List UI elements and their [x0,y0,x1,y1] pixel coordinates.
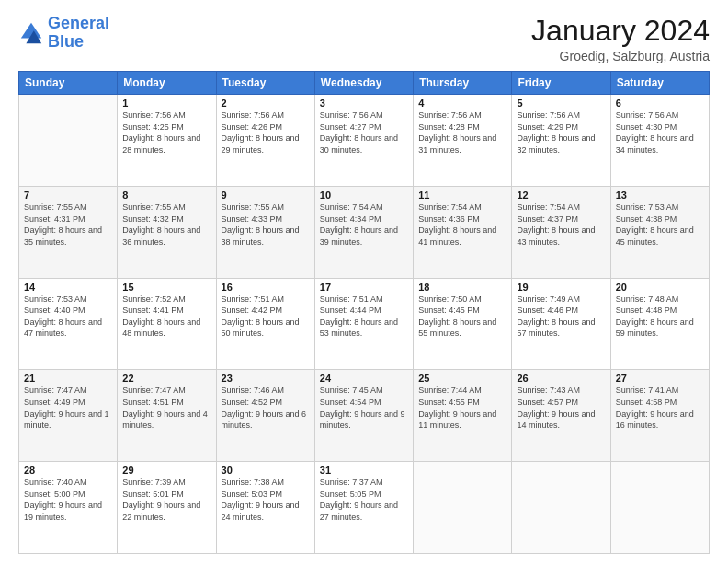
sub-title: Groedig, Salzburg, Austria [531,49,710,63]
calendar-header-row: SundayMondayTuesdayWednesdayThursdayFrid… [19,72,710,95]
calendar-day-cell: 28 Sunrise: 7:40 AMSunset: 5:00 PMDaylig… [19,462,118,554]
calendar-day-cell: 31 Sunrise: 7:37 AMSunset: 5:05 PMDaylig… [314,462,413,554]
title-block: January 2024 Groedig, Salzburg, Austria [531,15,710,63]
logo-text: General Blue [48,15,109,52]
calendar-week-row: 7 Sunrise: 7:55 AMSunset: 4:31 PMDayligh… [19,186,710,278]
day-info: Sunrise: 7:51 AMSunset: 4:44 PMDaylight:… [320,294,398,339]
day-number: 31 [320,465,408,476]
calendar-day-cell: 18 Sunrise: 7:50 AMSunset: 4:45 PMDaylig… [414,278,512,370]
calendar-day-cell: 19 Sunrise: 7:49 AMSunset: 4:46 PMDaylig… [512,278,610,370]
day-number: 28 [24,465,112,476]
calendar-day-cell: 13 Sunrise: 7:53 AMSunset: 4:38 PMDaylig… [610,186,709,278]
calendar-day-cell [414,462,512,554]
calendar-day-cell: 12 Sunrise: 7:54 AMSunset: 4:37 PMDaylig… [512,186,610,278]
day-number: 29 [122,465,210,476]
calendar-day-cell: 15 Sunrise: 7:52 AMSunset: 4:41 PMDaylig… [118,278,216,370]
calendar-week-row: 14 Sunrise: 7:53 AMSunset: 4:40 PMDaylig… [19,278,710,370]
calendar-day-cell [610,462,709,554]
calendar-day-cell: 22 Sunrise: 7:47 AMSunset: 4:51 PMDaylig… [118,370,216,462]
weekday-header: Sunday [19,72,118,95]
day-number: 20 [616,282,704,293]
calendar-day-cell: 24 Sunrise: 7:45 AMSunset: 4:54 PMDaylig… [314,370,413,462]
logo: General Blue [18,15,109,52]
day-number: 2 [222,98,310,109]
calendar-day-cell: 25 Sunrise: 7:44 AMSunset: 4:55 PMDaylig… [414,370,512,462]
day-number: 16 [222,282,310,293]
day-number: 23 [222,373,310,384]
day-number: 6 [616,98,704,109]
day-number: 5 [517,98,605,109]
calendar-day-cell: 5 Sunrise: 7:56 AMSunset: 4:29 PMDayligh… [512,95,610,187]
day-number: 12 [517,190,605,201]
calendar-day-cell: 10 Sunrise: 7:54 AMSunset: 4:34 PMDaylig… [314,186,413,278]
day-info: Sunrise: 7:44 AMSunset: 4:55 PMDaylight:… [418,385,496,430]
calendar-table: SundayMondayTuesdayWednesdayThursdayFrid… [18,71,710,554]
day-info: Sunrise: 7:55 AMSunset: 4:33 PMDaylight:… [222,202,300,247]
day-number: 18 [418,282,506,293]
calendar-day-cell: 14 Sunrise: 7:53 AMSunset: 4:40 PMDaylig… [19,278,118,370]
day-info: Sunrise: 7:39 AMSunset: 5:01 PMDaylight:… [122,477,200,522]
day-number: 7 [24,190,112,201]
day-info: Sunrise: 7:38 AMSunset: 5:03 PMDaylight:… [222,477,300,522]
header: General Blue January 2024 Groedig, Salzb… [18,15,710,63]
calendar-day-cell: 11 Sunrise: 7:54 AMSunset: 4:36 PMDaylig… [414,186,512,278]
day-number: 8 [122,190,210,201]
day-info: Sunrise: 7:50 AMSunset: 4:45 PMDaylight:… [418,294,496,339]
calendar-week-row: 1 Sunrise: 7:56 AMSunset: 4:25 PMDayligh… [19,95,710,187]
day-info: Sunrise: 7:43 AMSunset: 4:57 PMDaylight:… [517,385,595,430]
day-number: 27 [616,373,704,384]
calendar-day-cell: 17 Sunrise: 7:51 AMSunset: 4:44 PMDaylig… [314,278,413,370]
day-info: Sunrise: 7:53 AMSunset: 4:40 PMDaylight:… [24,294,102,339]
day-number: 14 [24,282,112,293]
calendar-day-cell: 7 Sunrise: 7:55 AMSunset: 4:31 PMDayligh… [19,186,118,278]
day-info: Sunrise: 7:56 AMSunset: 4:29 PMDaylight:… [517,110,595,155]
day-info: Sunrise: 7:55 AMSunset: 4:32 PMDaylight:… [122,202,200,247]
day-number: 15 [122,282,210,293]
day-info: Sunrise: 7:46 AMSunset: 4:52 PMDaylight:… [222,385,307,430]
calendar-week-row: 28 Sunrise: 7:40 AMSunset: 5:00 PMDaylig… [19,462,710,554]
logo-icon [18,20,44,46]
day-info: Sunrise: 7:54 AMSunset: 4:37 PMDaylight:… [517,202,595,247]
day-info: Sunrise: 7:47 AMSunset: 4:49 PMDaylight:… [24,385,109,430]
calendar-day-cell: 21 Sunrise: 7:47 AMSunset: 4:49 PMDaylig… [19,370,118,462]
day-info: Sunrise: 7:45 AMSunset: 4:54 PMDaylight:… [320,385,405,430]
weekday-header: Wednesday [314,72,413,95]
calendar-day-cell: 30 Sunrise: 7:38 AMSunset: 5:03 PMDaylig… [216,462,314,554]
calendar-day-cell: 2 Sunrise: 7:56 AMSunset: 4:26 PMDayligh… [216,95,314,187]
day-number: 21 [24,373,112,384]
day-info: Sunrise: 7:53 AMSunset: 4:38 PMDaylight:… [616,202,694,247]
day-number: 13 [616,190,704,201]
day-info: Sunrise: 7:56 AMSunset: 4:25 PMDaylight:… [122,110,200,155]
day-number: 17 [320,282,408,293]
calendar-day-cell: 3 Sunrise: 7:56 AMSunset: 4:27 PMDayligh… [314,95,413,187]
day-info: Sunrise: 7:51 AMSunset: 4:42 PMDaylight:… [222,294,300,339]
weekday-header: Thursday [414,72,512,95]
calendar-day-cell [512,462,610,554]
day-number: 9 [222,190,310,201]
day-info: Sunrise: 7:48 AMSunset: 4:48 PMDaylight:… [616,294,694,339]
day-info: Sunrise: 7:56 AMSunset: 4:28 PMDaylight:… [418,110,496,155]
weekday-header: Monday [118,72,216,95]
calendar-day-cell: 9 Sunrise: 7:55 AMSunset: 4:33 PMDayligh… [216,186,314,278]
main-title: January 2024 [531,15,710,47]
day-info: Sunrise: 7:55 AMSunset: 4:31 PMDaylight:… [24,202,102,247]
calendar-day-cell: 26 Sunrise: 7:43 AMSunset: 4:57 PMDaylig… [512,370,610,462]
calendar-week-row: 21 Sunrise: 7:47 AMSunset: 4:49 PMDaylig… [19,370,710,462]
day-number: 3 [320,98,408,109]
day-info: Sunrise: 7:37 AMSunset: 5:05 PMDaylight:… [320,477,398,522]
day-info: Sunrise: 7:54 AMSunset: 4:36 PMDaylight:… [418,202,496,247]
day-number: 22 [122,373,210,384]
day-number: 26 [517,373,605,384]
calendar-day-cell: 29 Sunrise: 7:39 AMSunset: 5:01 PMDaylig… [118,462,216,554]
day-info: Sunrise: 7:52 AMSunset: 4:41 PMDaylight:… [122,294,200,339]
calendar-day-cell: 23 Sunrise: 7:46 AMSunset: 4:52 PMDaylig… [216,370,314,462]
day-info: Sunrise: 7:56 AMSunset: 4:27 PMDaylight:… [320,110,398,155]
day-info: Sunrise: 7:49 AMSunset: 4:46 PMDaylight:… [517,294,595,339]
calendar-day-cell: 4 Sunrise: 7:56 AMSunset: 4:28 PMDayligh… [414,95,512,187]
day-number: 4 [418,98,506,109]
day-number: 10 [320,190,408,201]
day-number: 19 [517,282,605,293]
calendar-day-cell: 27 Sunrise: 7:41 AMSunset: 4:58 PMDaylig… [610,370,709,462]
page: General Blue January 2024 Groedig, Salzb… [0,0,728,563]
day-info: Sunrise: 7:56 AMSunset: 4:26 PMDaylight:… [222,110,300,155]
